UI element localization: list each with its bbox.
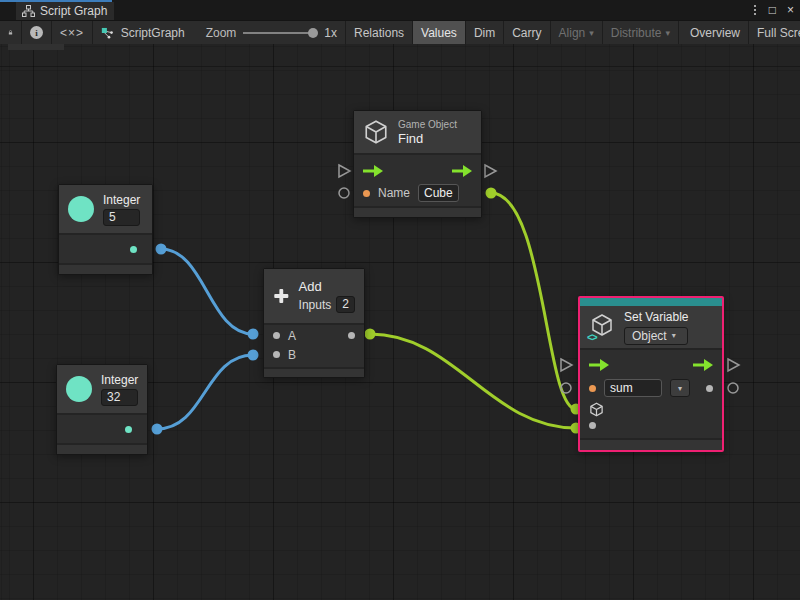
variable-name-field[interactable]: sum (604, 379, 662, 397)
node-add[interactable]: Add Inputs 2 A B (263, 268, 365, 378)
wire-integer5-to-add-a[interactable] (161, 249, 253, 334)
fullscreen-button[interactable]: Full Screen (749, 21, 800, 44)
zoom-slider-handle[interactable] (308, 28, 318, 38)
relations-button[interactable]: Relations (346, 21, 413, 44)
zoom-label: Zoom (206, 26, 237, 40)
gameobject-cube-icon (363, 119, 389, 145)
object-input-icon[interactable] (589, 402, 604, 417)
wire-endpoint (248, 350, 259, 361)
zoom-value: 1x (324, 26, 337, 40)
graph-name[interactable]: ScriptGraph (121, 26, 185, 40)
dim-label: Dim (474, 26, 495, 40)
script-variable-icon: <> (587, 332, 597, 343)
align-button[interactable]: Align ▾ (551, 21, 603, 44)
selection-accent-strip (580, 298, 722, 306)
zoom-slider-track (243, 32, 317, 34)
close-icon[interactable]: × (787, 0, 794, 20)
integer-type-icon (66, 376, 92, 402)
node-footer (57, 445, 147, 454)
chevron-down-icon: ▾ (678, 384, 682, 393)
find-exec-out-port[interactable] (485, 165, 496, 177)
tab-script-graph[interactable]: Script Graph (16, 2, 114, 20)
scope-label: Object (632, 329, 667, 343)
inputs-count-field[interactable]: 2 (336, 296, 355, 313)
info-icon: i (30, 26, 43, 39)
distribute-label: Distribute (611, 26, 662, 40)
integer-output-port[interactable] (130, 246, 137, 253)
exec-in-arrow-icon[interactable] (363, 165, 383, 177)
wire-endpoint (248, 329, 259, 340)
graph-canvas[interactable]: Integer 5 Integer 32 (0, 44, 800, 600)
distribute-button[interactable]: Distribute ▾ (603, 21, 679, 44)
align-label: Align (559, 26, 586, 40)
values-button[interactable]: Values (413, 21, 466, 44)
overview-button[interactable]: Overview (682, 21, 749, 44)
canvas-top-strip (8, 44, 64, 50)
chevron-down-icon: ▾ (672, 331, 676, 340)
setvariable-name-in-port[interactable] (561, 383, 571, 393)
inspect-button[interactable]: i (22, 21, 52, 44)
graph-toolbar: i <×> ScriptGraph Zoom 1x Relations Valu… (0, 20, 800, 44)
node-integer-5[interactable]: Integer 5 (58, 184, 153, 275)
variable-name-port[interactable] (589, 385, 596, 392)
node-gameobject-find[interactable]: Game Object Find Name (353, 110, 482, 218)
script-graph-icon (101, 26, 114, 40)
setvariable-value-out-port[interactable] (728, 383, 738, 393)
node-title: Integer (101, 373, 138, 387)
graph-reference-segment: ScriptGraph Zoom 1x (93, 21, 346, 44)
code-view-button[interactable]: <×> (52, 21, 93, 44)
graph-hierarchy-icon (22, 5, 35, 17)
tab-bar: Script Graph □ × (0, 0, 800, 20)
chevron-down-icon: ▾ (665, 28, 670, 38)
setvariable-exec-in-port[interactable] (561, 359, 572, 371)
relations-label: Relations (354, 26, 404, 40)
name-input-port[interactable] (363, 190, 370, 197)
name-param-field[interactable]: Cube (418, 184, 459, 202)
exec-out-arrow-icon[interactable] (693, 359, 713, 371)
node-title: Find (398, 131, 457, 146)
find-name-in-port[interactable] (339, 188, 349, 198)
integer-output-port[interactable] (125, 426, 132, 433)
node-footer (59, 265, 152, 274)
tab-label: Script Graph (40, 4, 107, 18)
chevron-down-icon: ▾ (589, 28, 594, 38)
add-input-b-port[interactable] (273, 351, 280, 358)
wire-endpoint (365, 329, 376, 340)
lock-button[interactable] (0, 21, 22, 44)
node-set-variable[interactable]: <> Set Variable Object ▾ (578, 296, 724, 452)
node-title: Set Variable (624, 310, 688, 324)
carry-button[interactable]: Carry (504, 21, 550, 44)
values-label: Values (421, 26, 457, 40)
variable-name-dropdown-button[interactable]: ▾ (670, 379, 690, 397)
integer-type-icon (68, 196, 94, 222)
integer-value-field[interactable]: 32 (101, 389, 138, 406)
node-footer (354, 208, 481, 217)
wire-find-to-setvariable-object[interactable] (491, 193, 576, 409)
window-controls: □ × (752, 0, 794, 20)
variable-scope-dropdown[interactable]: Object ▾ (624, 327, 688, 345)
node-integer-32[interactable]: Integer 32 (56, 364, 148, 455)
add-input-a-port[interactable] (273, 332, 280, 339)
find-exec-in-port[interactable] (339, 165, 350, 177)
node-title: Add (299, 279, 355, 294)
node-footer (264, 369, 364, 377)
integer-value-field[interactable]: 5 (103, 209, 140, 226)
wire-endpoint (486, 188, 497, 199)
setvariable-exec-out-port[interactable] (728, 359, 739, 371)
zoom-slider[interactable] (243, 28, 317, 38)
menu-icon[interactable] (752, 5, 758, 15)
maximize-icon[interactable]: □ (769, 0, 776, 20)
dim-button[interactable]: Dim (466, 21, 504, 44)
wire-endpoint (156, 244, 167, 255)
variable-value-out-port[interactable] (706, 385, 713, 392)
exec-out-arrow-icon[interactable] (452, 165, 472, 177)
exec-in-arrow-icon[interactable] (589, 359, 609, 371)
fullscreen-label: Full Screen (757, 26, 800, 40)
node-title: Integer (103, 193, 140, 207)
add-output-port[interactable] (348, 332, 355, 339)
wire-integer32-to-add-b[interactable] (157, 355, 253, 429)
lock-icon (8, 26, 13, 39)
wire-add-to-setvariable-value[interactable] (370, 334, 576, 428)
inputs-label: Inputs (299, 298, 332, 312)
value-input-port[interactable] (589, 422, 596, 429)
